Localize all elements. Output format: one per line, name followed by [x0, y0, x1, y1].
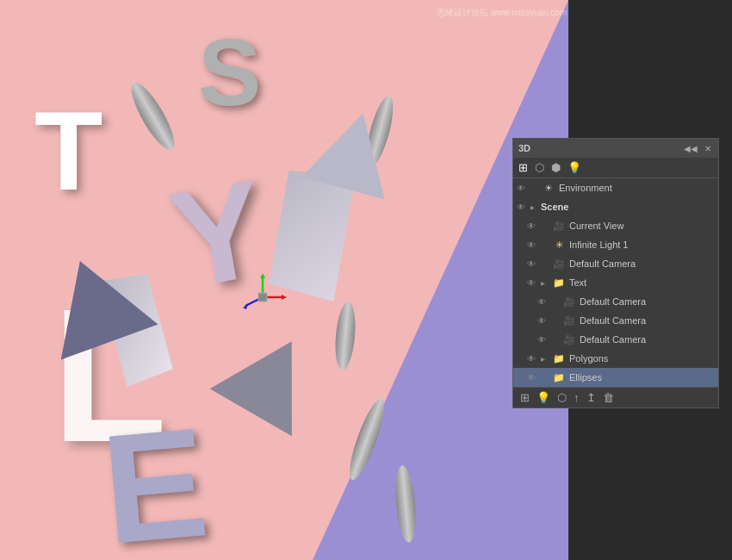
eye-icon-ellipses[interactable]: 👁	[527, 373, 541, 383]
panel-item-default-camera-3[interactable]: 👁 🎥 Default Camera	[513, 311, 718, 330]
bottom-icon-mesh[interactable]: ⬡	[557, 391, 567, 404]
panel-title: 3D	[518, 143, 530, 153]
env-icon: ☀	[541, 183, 556, 194]
panel-header: 3D ◀◀ ✕	[513, 139, 718, 158]
environment-label: Environment	[559, 183, 715, 193]
panel-section-scene[interactable]: 👁 ▸ Scene	[513, 197, 718, 216]
panel-collapse-button[interactable]: ◀◀	[682, 143, 699, 154]
eye-icon-polygons[interactable]: 👁	[527, 354, 541, 364]
eye-icon-default-cam-1[interactable]: 👁	[527, 259, 541, 269]
eye-icon-default-cam-2[interactable]: 👁	[537, 297, 551, 307]
eye-icon-default-cam-3[interactable]: 👁	[537, 316, 551, 326]
ellipses-label: Ellipses	[569, 372, 715, 383]
panel-item-default-camera-2[interactable]: 👁 🎥 Default Camera	[513, 292, 718, 311]
panel-item-environment[interactable]: 👁 ☀ Environment	[513, 178, 718, 197]
eye-icon-scene[interactable]: 👁	[517, 202, 530, 212]
infinite-light-label: Infinite Light 1	[569, 240, 715, 250]
current-view-label: Current View	[569, 221, 715, 231]
expand-scene[interactable]: ▸	[530, 202, 541, 212]
panel-item-infinite-light[interactable]: 👁 ✳ Infinite Light 1	[513, 235, 718, 254]
panel-list: 👁 ☀ Environment 👁 ▸ Scene 👁 🎥 Current Vi…	[513, 178, 718, 387]
eye-icon-current-view[interactable]: 👁	[527, 221, 541, 231]
eye-icon-environment[interactable]: 👁	[517, 184, 530, 193]
bottom-icon-delete[interactable]: 🗑	[603, 391, 614, 404]
svg-rect-6	[258, 293, 267, 302]
polygons-label: Polygons	[569, 353, 715, 364]
panel-3d: 3D ◀◀ ✕ ⊞ ⬡ ⬢ 💡 👁 ☀ Environment 👁 ▸ Scen…	[512, 138, 719, 408]
svg-marker-1	[260, 273, 265, 278]
default-camera-3-label: Default Camera	[580, 315, 715, 326]
letter-t: T	[34, 86, 102, 215]
panel-header-icons: ◀◀ ✕	[682, 143, 713, 154]
watermark: 思绪设计论坛 www.missyuan.com	[437, 7, 567, 19]
default-cam-4-icon: 🎥	[561, 334, 577, 345]
default-camera-4-label: Default Camera	[580, 334, 715, 345]
polygons-icon: 📁	[551, 353, 567, 364]
expand-polygons[interactable]: ▸	[541, 354, 551, 364]
bottom-icon-up[interactable]: ↑	[574, 391, 580, 404]
toolbar-camera-icon[interactable]: ⬡	[535, 161, 544, 174]
svg-marker-3	[282, 295, 287, 300]
panel-item-text[interactable]: 👁 ▸ 📁 Text	[513, 273, 718, 292]
panel-item-default-camera-1[interactable]: 👁 🎥 Default Camera	[513, 254, 718, 273]
bottom-icon-up-dot[interactable]: ↥	[586, 391, 596, 404]
expand-text[interactable]: ▸	[541, 278, 551, 288]
default-cam-2-icon: 🎥	[561, 296, 577, 308]
text-label: Text	[569, 277, 715, 288]
infinite-light-icon: ✳	[551, 240, 567, 251]
text-icon: 📁	[551, 277, 567, 289]
transform-gizmo	[237, 271, 288, 323]
panel-item-ellipses[interactable]: 👁 📁 Ellipses	[513, 368, 718, 387]
panel-item-default-camera-4[interactable]: 👁 🎥 Default Camera	[513, 330, 718, 349]
panel-bottom-toolbar: ⊞ 💡 ⬡ ↑ ↥ 🗑	[513, 387, 718, 408]
eye-icon-default-cam-4[interactable]: 👁	[537, 335, 551, 345]
panel-item-current-view[interactable]: 👁 🎥 Current View	[513, 216, 718, 235]
scene-label: Scene	[541, 202, 568, 212]
panel-toolbar: ⊞ ⬡ ⬢ 💡	[513, 158, 718, 178]
toolbar-light-icon[interactable]: 💡	[568, 161, 581, 174]
eye-icon-infinite-light[interactable]: 👁	[527, 240, 541, 250]
default-cam-1-icon: 🎥	[551, 258, 567, 270]
ellipses-icon: 📁	[551, 372, 567, 383]
bottom-icon-scene[interactable]: ⊞	[520, 391, 530, 404]
default-camera-1-label: Default Camera	[569, 258, 715, 269]
panel-close-button[interactable]: ✕	[703, 143, 713, 154]
bottom-icon-light[interactable]: 💡	[537, 391, 550, 404]
canvas-area: S T Y L E 思绪设计论坛 www.missyuan.com	[0, 0, 568, 560]
default-cam-3-icon: 🎥	[561, 315, 577, 327]
default-camera-2-label: Default Camera	[580, 296, 715, 307]
toolbar-mesh-icon[interactable]: ⬢	[551, 161, 561, 174]
letter-s: S	[198, 17, 301, 121]
letter-e: E	[96, 392, 214, 560]
eye-icon-text[interactable]: 👁	[527, 278, 541, 288]
panel-item-polygons[interactable]: 👁 ▸ 📁 Polygons	[513, 349, 718, 368]
toolbar-scene-icon[interactable]: ⊞	[518, 161, 528, 174]
current-view-icon: 🎥	[551, 221, 567, 232]
